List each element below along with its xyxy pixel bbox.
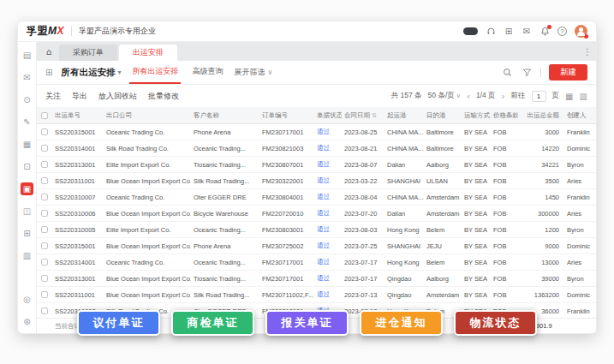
grid-view-icon[interactable]: ▦ [565, 92, 573, 101]
batch-edit-button[interactable]: 批量修改 [148, 91, 179, 102]
cell-origin-port: SHANGHAI [384, 177, 424, 185]
cell-contract-date: 2023-03-22 [342, 177, 384, 185]
cell-status[interactable]: 通过 [314, 209, 342, 218]
cell-transport: BY SEA [462, 275, 491, 283]
cell-order-no: FM220720010 [259, 210, 314, 218]
view-selector[interactable]: 所有出运安排 ▾ [61, 61, 121, 84]
cell-amount: 1200 [518, 226, 564, 234]
select-all-checkbox[interactable] [41, 112, 48, 119]
cell-customer: Phone Arena [191, 128, 259, 136]
documents-icon[interactable]: ⊡ [21, 160, 33, 173]
tab-purchase-orders[interactable]: 采购订单 [59, 45, 117, 61]
home-tab[interactable]: ⌂ [39, 42, 59, 61]
warehouse-notice-button[interactable]: 进仓通知 [360, 310, 443, 336]
table-row[interactable]: SS220310006 Blue Ocean Import Export Co.… [37, 206, 596, 222]
theme-toggle[interactable] [463, 27, 478, 35]
row-checkbox[interactable] [41, 194, 48, 200]
table-row[interactable]: SS220311001 Blue Ocean Import Export Co.… [37, 287, 596, 303]
cell-dest-port: Belem [424, 226, 462, 234]
cell-status[interactable]: 通过 [314, 225, 342, 234]
cell-terms: FOB [491, 275, 518, 283]
inspection-docs-button[interactable]: 商检单证 [171, 310, 254, 336]
subtab-all-shipping[interactable]: 所有出运安排 [129, 61, 181, 84]
new-button[interactable]: 新建 [549, 64, 587, 81]
table-row[interactable]: SS220315001 Blue Ocean Import Export Co.… [37, 238, 596, 254]
table-row[interactable]: SS220315001 Oceanic Trading Co. Phone Ar… [37, 124, 596, 140]
table-row[interactable]: SS220311001 Blue Ocean Import Export Co.… [37, 173, 596, 189]
cell-order-no: FM230322001 [259, 177, 314, 185]
cell-status[interactable]: 通过 [314, 160, 342, 169]
view-switch-icon[interactable]: ⊞ [45, 61, 52, 84]
cell-order-no: FM230803001 [259, 226, 314, 234]
workbench-icon[interactable]: ▤ [21, 49, 33, 62]
table-row[interactable]: SS220313001 Elite Import Export Co. Tios… [37, 157, 596, 173]
help-icon[interactable]: ? [557, 27, 567, 36]
search-icon[interactable] [501, 67, 513, 79]
cell-status[interactable]: 通过 [314, 242, 342, 250]
row-checkbox[interactable] [41, 145, 48, 152]
row-checkbox[interactable] [41, 210, 48, 217]
avatar[interactable] [575, 25, 587, 38]
edit-icon[interactable]: ✎ [21, 116, 33, 128]
col-contract-date[interactable]: 合同日期 ⇅ [342, 111, 384, 120]
cell-transport: BY SEA [462, 177, 491, 185]
table-body: SS220315001 Oceanic Trading Co. Phone Ar… [37, 124, 596, 318]
list-view-icon[interactable]: ▥ [580, 92, 587, 101]
recycle-bin-button[interactable]: 放入回收站 [98, 91, 137, 102]
tab-shipping-arrangement[interactable]: 出运安排 [119, 45, 177, 61]
cell-status[interactable]: 通过 [314, 193, 342, 201]
prev-page-button[interactable]: ‹ [467, 92, 470, 101]
follow-button[interactable]: 关注 [45, 91, 61, 102]
cell-status[interactable]: 通过 [314, 144, 342, 152]
table-row[interactable]: SS220313001 Blue Ocean Import Export Co.… [37, 271, 596, 287]
mail-icon[interactable]: ✉ [21, 71, 33, 84]
cell-export-company: Elite Import Export Co. [104, 226, 191, 234]
row-checkbox[interactable] [41, 259, 48, 266]
row-checkbox[interactable] [41, 291, 48, 298]
filter-funnel-icon[interactable] [521, 67, 533, 79]
export-button[interactable]: 导出 [72, 91, 87, 102]
archive-icon[interactable]: ▥ [21, 249, 33, 262]
expand-filter[interactable]: 展开筛选 ∨ [234, 61, 272, 84]
cell-status[interactable]: 通过 [314, 290, 342, 299]
goto-page-input[interactable] [532, 91, 546, 102]
cell-order-no: FM230717001 [259, 128, 314, 136]
window-tabbar: ⌂ 采购订单 出运安排 ⋮ [37, 42, 596, 61]
row-checkbox[interactable] [41, 177, 48, 184]
table-row[interactable]: SS220314001 Silk Road Trading Co. Oceani… [37, 140, 596, 157]
table-row[interactable]: SS220310005 Elite Import Export Co. Ocea… [37, 222, 596, 238]
fullscreen-icon[interactable]: ⊞ [504, 27, 514, 37]
modules-icon[interactable]: ▦ [21, 138, 33, 151]
table-row[interactable]: SS220310007 Oceanic Trading Co. Oter EGG… [37, 189, 596, 206]
bell-icon[interactable] [539, 27, 550, 37]
subtab-advanced-query[interactable]: 高级查询 [189, 61, 225, 84]
next-page-button[interactable]: › [502, 92, 505, 101]
clock-icon[interactable]: ⊙ [21, 93, 33, 106]
profile-icon[interactable]: ◎ [21, 293, 33, 306]
row-checkbox[interactable] [41, 275, 48, 282]
row-checkbox[interactable] [41, 242, 48, 249]
cell-status[interactable]: 通过 [314, 258, 342, 266]
shipping-module-icon[interactable]: ▣ [21, 182, 33, 195]
more-icon[interactable]: ⋮ [579, 42, 596, 61]
reports-icon[interactable]: ⊞ [21, 227, 33, 240]
col-terms: 价格条款 [491, 111, 518, 120]
row-checkbox[interactable] [41, 161, 48, 168]
row-checkbox[interactable] [41, 226, 48, 233]
col-creator: 创建人 [564, 111, 597, 120]
cell-status[interactable]: 通过 [314, 128, 342, 136]
negotiation-docs-button[interactable]: 议付单证 [77, 310, 160, 336]
headset-icon[interactable] [486, 27, 496, 37]
row-checkbox[interactable] [41, 128, 48, 135]
cell-dest-port: JEJU [424, 242, 462, 250]
sort-icon[interactable]: ⇅ [372, 112, 377, 119]
cell-status[interactable]: 通过 [314, 176, 342, 185]
page-size-select[interactable]: 50 条/页 ∨ [428, 91, 461, 101]
cell-terms: FOB [491, 128, 518, 136]
mail-icon[interactable]: ✉ [522, 27, 532, 37]
finance-icon[interactable]: ◫ [21, 205, 33, 218]
logistics-status-button[interactable]: 物流状态 [454, 310, 537, 336]
cell-status[interactable]: 通过 [314, 274, 342, 283]
table-row[interactable]: SS220314001 Oceanic Trading Co. Oceanic … [37, 254, 596, 271]
customs-docs-button[interactable]: 报关单证 [265, 310, 349, 336]
